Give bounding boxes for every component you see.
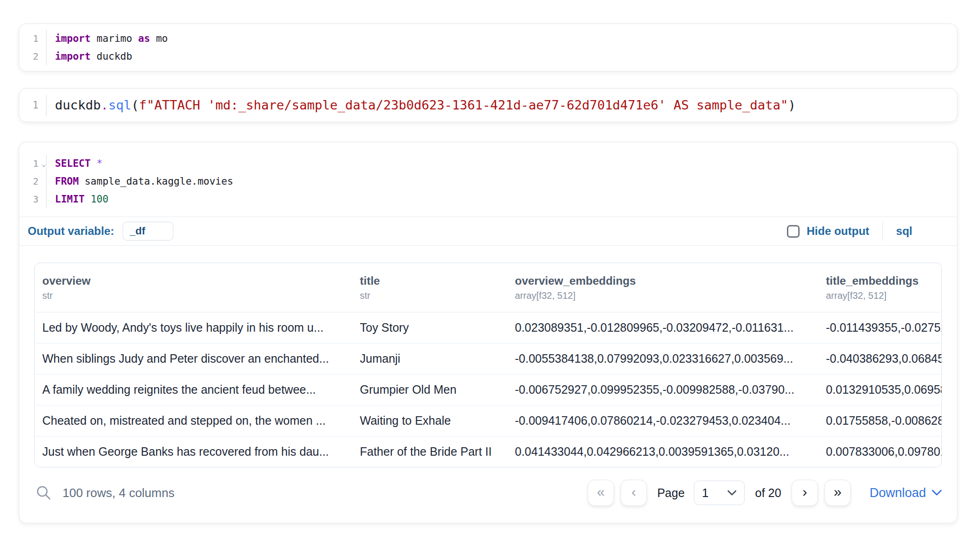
table-row[interactable]: Just when George Banks has recovered fro… xyxy=(35,436,941,467)
previous-page-icon: ‹ xyxy=(631,485,636,499)
table-cell: Father of the Bride Part II xyxy=(352,445,507,459)
column-header[interactable]: overviewstr xyxy=(35,273,352,303)
table-body: Led by Woody, Andy's toys live happily i… xyxy=(35,312,941,467)
table-cell: -0.040386293,0.068451 xyxy=(818,352,941,366)
chevron-down-icon xyxy=(932,490,942,496)
table-cell: 0.0132910535,0.06958 xyxy=(818,383,941,397)
code-editor[interactable]: 1import marimo as mo2import duckdb xyxy=(19,30,957,65)
table-cell: Waiting to Exhale xyxy=(352,414,507,428)
output-variable-bar: Output variable: Hide output sql xyxy=(19,217,957,245)
column-header[interactable]: title_embeddingsarray[f32, 512] xyxy=(818,273,941,303)
code-line: 2import duckdb xyxy=(19,47,957,65)
table-footer: 100 rows, 4 columns « ‹ Page 1 of 20 xyxy=(19,467,957,520)
next-page-button[interactable]: › xyxy=(792,480,818,506)
search-button[interactable] xyxy=(34,483,53,502)
table-cell: -0.006752927,0.099952355,-0.009982588,-0… xyxy=(507,383,818,397)
line-number: 2 xyxy=(19,172,47,190)
code-cell-imports: 1import marimo as mo2import duckdb xyxy=(19,23,957,71)
code-text: LIMIT 100 xyxy=(47,190,109,208)
code-text: duckdb.sql(f"ATTACH 'md:_share/sample_da… xyxy=(47,94,796,116)
total-pages-label: of 20 xyxy=(755,486,781,500)
download-label: Download xyxy=(870,486,926,500)
download-button[interactable]: Download xyxy=(870,486,942,500)
page-number-select[interactable]: 1 xyxy=(694,481,745,505)
code-editor[interactable]: 1duckdb.sql(f"ATTACH 'md:_share/sample_d… xyxy=(19,94,957,116)
result-table: overviewstrtitlestroverview_embeddingsar… xyxy=(34,263,942,467)
table-row[interactable]: A family wedding reignites the ancient f… xyxy=(35,374,941,405)
table-cell: 0.041433044,0.042966213,0.0039591365,0.0… xyxy=(507,445,818,459)
table-row[interactable]: When siblings Judy and Peter discover an… xyxy=(35,343,941,374)
table-header: overviewstrtitlestroverview_embeddingsar… xyxy=(35,263,941,312)
table-cell: 0.023089351,-0.012809965,-0.03209472,-0.… xyxy=(507,321,818,334)
output-variable-input[interactable] xyxy=(123,222,173,241)
line-number: 1 xyxy=(19,94,47,116)
code-line: 1⌄SELECT * xyxy=(19,155,957,172)
table-cell: 0.007833006,0.097801 xyxy=(818,445,941,459)
table-cell: Toy Story xyxy=(352,321,507,334)
table-cell: When siblings Judy and Peter discover an… xyxy=(35,352,352,366)
code-line: 3LIMIT 100 xyxy=(19,190,957,208)
code-text: SELECT * xyxy=(47,155,102,172)
line-number: 1 xyxy=(19,30,47,47)
column-dtype: str xyxy=(360,288,507,303)
table-cell: 0.01755858,-0.0086286 xyxy=(818,414,941,428)
code-line: 1import marimo as mo xyxy=(19,30,957,47)
page-number-value: 1 xyxy=(702,486,708,500)
pagination: « ‹ Page 1 of 20 › » xyxy=(588,480,942,506)
table-cell: Jumanji xyxy=(352,352,507,366)
search-icon xyxy=(35,484,52,501)
column-dtype: array[f32, 512] xyxy=(515,288,818,303)
chevron-down-icon xyxy=(727,490,737,496)
first-page-button[interactable]: « xyxy=(588,480,614,506)
column-header[interactable]: overview_embeddingsarray[f32, 512] xyxy=(507,273,818,303)
last-page-button[interactable]: » xyxy=(824,480,851,506)
table-cell: -0.0055384138,0.07992093,0.023316627,0.0… xyxy=(507,352,818,366)
line-number: 2 xyxy=(19,47,47,65)
output-variable-label: Output variable: xyxy=(28,225,114,238)
hide-output-label: Hide output xyxy=(807,225,869,238)
hide-output-checkbox[interactable] xyxy=(787,225,800,238)
table-cell: Grumpier Old Men xyxy=(352,383,507,397)
column-header[interactable]: titlestr xyxy=(352,273,507,303)
table-cell: Cheated on, mistreated and stepped on, t… xyxy=(35,414,352,428)
code-cell-sql: 1⌄SELECT *2FROM sample_data.kaggle.movie… xyxy=(19,142,957,523)
table-cell: -0.009417406,0.07860214,-0.023279453,0.0… xyxy=(507,414,818,428)
column-name: overview xyxy=(42,273,352,288)
first-page-icon: « xyxy=(597,485,605,499)
column-name: title_embeddings xyxy=(826,273,941,288)
line-number: 1⌄ xyxy=(19,155,47,172)
page-label: Page xyxy=(657,486,684,500)
code-text: import duckdb xyxy=(47,47,132,65)
fold-chevron-icon[interactable]: ⌄ xyxy=(41,160,46,168)
table-cell: A family wedding reignites the ancient f… xyxy=(35,383,352,397)
code-text: FROM sample_data.kaggle.movies xyxy=(47,172,233,190)
code-line: 2FROM sample_data.kaggle.movies xyxy=(19,172,957,190)
table-cell: Just when George Banks has recovered fro… xyxy=(35,445,352,459)
next-page-icon: › xyxy=(802,485,807,499)
column-dtype: str xyxy=(42,288,352,303)
row-count-summary: 100 rows, 4 columns xyxy=(62,486,174,500)
code-line: 1duckdb.sql(f"ATTACH 'md:_share/sample_d… xyxy=(19,94,957,116)
code-cell-attach: 1duckdb.sql(f"ATTACH 'md:_share/sample_d… xyxy=(19,88,957,122)
table-cell: Led by Woody, Andy's toys live happily i… xyxy=(35,321,352,334)
vertical-divider xyxy=(882,222,883,241)
cell-language-label: sql xyxy=(896,225,912,238)
line-number: 3 xyxy=(19,190,47,208)
table-cell: -0.011439355,-0.02752 xyxy=(818,321,941,334)
cell-divider xyxy=(19,245,957,246)
table-row[interactable]: Led by Woody, Andy's toys live happily i… xyxy=(35,312,941,343)
previous-page-button[interactable]: ‹ xyxy=(621,480,647,506)
code-text: import marimo as mo xyxy=(47,30,168,47)
table-row[interactable]: Cheated on, mistreated and stepped on, t… xyxy=(35,405,941,436)
column-dtype: array[f32, 512] xyxy=(826,288,941,303)
column-name: overview_embeddings xyxy=(515,273,818,288)
last-page-icon: » xyxy=(834,485,842,499)
notebook-page: 1import marimo as mo2import duckdb 1duck… xyxy=(0,23,980,560)
code-editor[interactable]: 1⌄SELECT *2FROM sample_data.kaggle.movie… xyxy=(19,155,957,208)
column-name: title xyxy=(360,273,507,288)
